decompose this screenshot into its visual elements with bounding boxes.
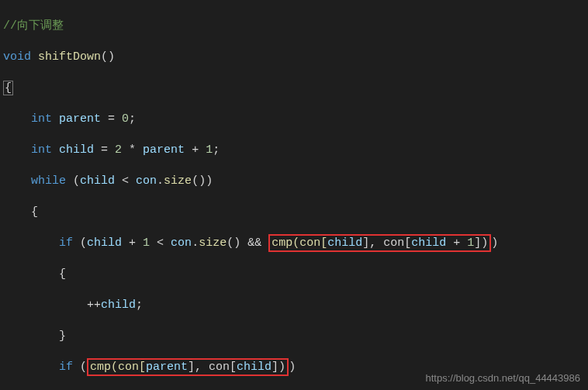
sig-parens: () xyxy=(101,50,115,64)
kw-void: void xyxy=(3,50,31,64)
brace-open-1: { xyxy=(3,81,13,95)
line-brace2: { xyxy=(3,205,588,220)
func-name: shiftDown xyxy=(38,50,101,64)
code-block: //向下调整 void shiftDown() { int parent = 0… xyxy=(0,0,588,390)
comment-text: //向下调整 xyxy=(3,19,64,33)
kw-int1: int xyxy=(31,112,52,126)
line-if1: if (child + 1 < con.size() && cmp(con[ch… xyxy=(3,236,588,251)
watermark: https://blog.csdn.net/qq_44443986 xyxy=(426,372,581,384)
kw-if2: if xyxy=(59,361,73,374)
line-signature: void shiftDown() xyxy=(3,50,588,65)
var-parent1: parent xyxy=(59,112,101,126)
line-brace1: { xyxy=(3,81,588,96)
line-decl2: int child = 2 * parent + 1; xyxy=(3,143,588,158)
kw-int2: int xyxy=(31,143,52,157)
line-brace3: { xyxy=(3,267,588,282)
highlight-cmp-1: cmp(con[child], con[child + 1]) xyxy=(268,234,491,252)
line-while: while (child < con.size()) xyxy=(3,174,588,189)
highlight-cmp-2: cmp(con[parent], con[child]) xyxy=(87,358,289,376)
kw-if1: if xyxy=(59,236,73,250)
kw-while: while xyxy=(31,174,66,188)
line-comment: //向下调整 xyxy=(3,19,588,34)
line-inc: ++child; xyxy=(3,298,588,313)
line-brace3c: } xyxy=(3,329,588,344)
line-decl1: int parent = 0; xyxy=(3,112,588,127)
